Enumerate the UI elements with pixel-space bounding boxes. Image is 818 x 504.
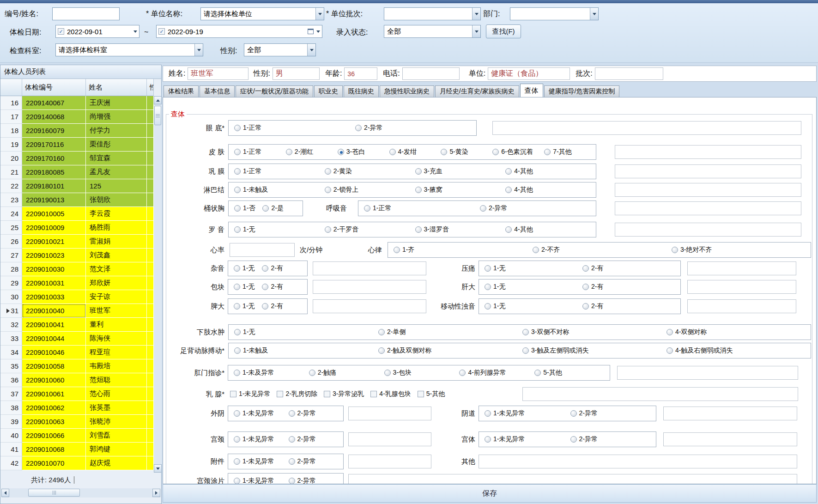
radio-option-1-未见异常[interactable]: 1-未见异常 xyxy=(234,409,289,418)
radio-option-2-不齐[interactable]: 2-不齐 xyxy=(533,246,672,254)
patient-row-32[interactable]: 322209010041董利 xyxy=(0,318,154,332)
tab-查体[interactable]: 查体 xyxy=(520,84,543,97)
radio-option-1-正常[interactable]: 1-正常 xyxy=(364,204,480,213)
patient-row-25[interactable]: 252209010009杨胜雨 xyxy=(0,221,154,235)
radio-option-2-触及双侧对称[interactable]: 2-触及双侧对称 xyxy=(378,346,522,355)
department-combo[interactable] xyxy=(510,7,599,20)
radio-option-3-苍白[interactable]: 3-苍白 xyxy=(338,148,389,156)
header-cell-sex[interactable]: 性别 xyxy=(147,79,154,96)
radio-option-3-包块[interactable]: 3-包块 xyxy=(384,369,460,377)
patient-row-27[interactable]: 272209010023刘茂鑫 xyxy=(0,249,154,262)
radio-option-2-异常[interactable]: 2-异常 xyxy=(289,409,344,418)
radio-option-4-其他[interactable]: 4-其他 xyxy=(505,167,596,176)
id-name-input[interactable] xyxy=(52,7,120,20)
tab-症状/一般状况/脏器功能[interactable]: 症状/一般状况/脏器功能 xyxy=(236,85,313,97)
form-text-input[interactable] xyxy=(663,407,797,420)
exam-dept-combo[interactable]: 请选择体检科室 xyxy=(55,43,203,56)
radio-option-2-干罗音[interactable]: 2-干罗音 xyxy=(325,225,415,234)
patient-row-35[interactable]: 352209010058韦殿培 xyxy=(0,359,154,373)
scroll-down-button[interactable] xyxy=(154,464,162,473)
form-text-input[interactable] xyxy=(230,243,295,257)
radio-option-1-无[interactable]: 1-无 xyxy=(234,264,254,273)
radio-option-2-是[interactable]: 2-是 xyxy=(262,204,283,213)
form-text-input[interactable] xyxy=(348,432,431,446)
radio-option-1-未见异常[interactable]: 1-未见异常 xyxy=(234,457,289,466)
patient-row-16[interactable]: 162209140067王庆洲 xyxy=(0,96,154,110)
scrollbar-thumb[interactable] xyxy=(154,106,161,125)
radio-option-4-其他[interactable]: 4-其他 xyxy=(505,225,596,234)
radio-option-1-无[interactable]: 1-无 xyxy=(485,283,582,291)
tab-体检结果[interactable]: 体检结果 xyxy=(164,85,199,97)
radio-option-2-单侧[interactable]: 2-单侧 xyxy=(378,328,522,336)
radio-option-4-其他[interactable]: 4-其他 xyxy=(505,186,596,194)
patient-row-17[interactable]: 172209140068尚增强 xyxy=(0,110,154,124)
tab-月经史/生育史/家族疾病史[interactable]: 月经史/生育史/家族疾病史 xyxy=(435,85,519,97)
form-text-input[interactable] xyxy=(615,223,801,237)
tab-基本信息[interactable]: 基本信息 xyxy=(200,85,235,97)
scroll-right-button[interactable] xyxy=(152,489,160,497)
calendar-icon[interactable] xyxy=(308,29,314,34)
unit-name-combo[interactable]: 请选择体检单位 xyxy=(200,7,324,20)
radio-option-2-有[interactable]: 2-有 xyxy=(262,283,283,291)
form-text-input[interactable] xyxy=(615,183,801,197)
radio-option-2-异常[interactable]: 2-异常 xyxy=(570,409,656,418)
chevron-down-icon[interactable] xyxy=(194,44,203,56)
radio-option-2-异常[interactable]: 2-异常 xyxy=(289,477,344,484)
radio-option-2-有[interactable]: 2-有 xyxy=(582,302,680,310)
header-cell-exam-id[interactable]: 体检编号 xyxy=(22,79,86,96)
radio-option-2-异常[interactable]: 2-异常 xyxy=(480,204,596,213)
radio-option-3-腋窝[interactable]: 3-腋窝 xyxy=(415,186,506,194)
radio-option-1-未见异常[interactable]: 1-未见异常 xyxy=(234,477,289,484)
radio-option-1-未见异常[interactable]: 1-未见异常 xyxy=(485,435,570,443)
radio-option-2-有[interactable]: 2-有 xyxy=(582,264,680,273)
radio-option-2-异常[interactable]: 2-异常 xyxy=(289,435,344,443)
patient-row-24[interactable]: 242209010005李云霞 xyxy=(0,207,154,221)
radio-option-6-色素沉着[interactable]: 6-色素沉着 xyxy=(492,148,544,156)
radio-option-1-无[interactable]: 1-无 xyxy=(485,264,582,273)
patient-row-18[interactable]: 182209160079付学力 xyxy=(0,124,154,138)
patient-row-38[interactable]: 382209010062张英墨 xyxy=(0,401,154,415)
form-text-input[interactable] xyxy=(348,455,431,468)
chevron-down-icon[interactable] xyxy=(472,8,480,20)
checkbox-checked-icon[interactable] xyxy=(58,28,64,35)
tab-既往病史[interactable]: 既往病史 xyxy=(344,85,379,97)
radio-option-1-正常[interactable]: 1-正常 xyxy=(234,124,355,132)
radio-option-2-黄染[interactable]: 2-黄染 xyxy=(325,167,415,176)
radio-option-7-其他[interactable]: 7-其他 xyxy=(544,148,596,156)
form-text-input[interactable] xyxy=(617,366,798,380)
form-text-input[interactable] xyxy=(687,261,796,275)
gender-filter-combo[interactable]: 全部 xyxy=(244,43,316,56)
chevron-down-icon[interactable] xyxy=(590,8,598,20)
patient-row-40[interactable]: 402209010066刘雪磊 xyxy=(0,429,154,443)
patient-row-19[interactable]: 192209170116栗佳彤 xyxy=(0,138,154,152)
radio-option-3-绝对不齐[interactable]: 3-绝对不齐 xyxy=(672,246,811,254)
radio-option-1-未及异常[interactable]: 1-未及异常 xyxy=(234,369,309,377)
radio-option-1-无[interactable]: 1-无 xyxy=(485,302,582,310)
form-text-input[interactable] xyxy=(615,201,801,215)
form-text-input[interactable] xyxy=(615,164,801,178)
patient-row-31[interactable]: 312209010040班世军 xyxy=(0,304,154,318)
patient-row-36[interactable]: 362209010060范烜聪 xyxy=(0,373,154,387)
radio-option-3-触及左侧弱或消失[interactable]: 3-触及左侧弱或消失 xyxy=(522,346,667,355)
chevron-down-icon[interactable] xyxy=(316,30,320,33)
chevron-down-icon[interactable] xyxy=(307,44,315,56)
radio-option-3-双侧不对称[interactable]: 3-双侧不对称 xyxy=(522,328,667,336)
radio-option-2-锁骨上[interactable]: 2-锁骨上 xyxy=(325,186,415,194)
radio-option-1-无[interactable]: 1-无 xyxy=(234,328,378,336)
patient-row-42[interactable]: 422209010070赵庆焜 xyxy=(0,456,154,470)
chevron-down-icon[interactable] xyxy=(315,8,324,20)
form-text-input[interactable] xyxy=(687,299,796,313)
radio-option-2-触痛[interactable]: 2-触痛 xyxy=(309,369,384,377)
form-text-input[interactable] xyxy=(663,432,797,446)
radio-option-1-无[interactable]: 1-无 xyxy=(234,283,254,291)
radio-option-2-有[interactable]: 2-有 xyxy=(262,302,283,310)
save-button[interactable]: 保存 xyxy=(163,484,817,503)
find-button[interactable]: 查找(F) xyxy=(486,24,521,38)
radio-option-5-其他[interactable]: 5-其他 xyxy=(534,369,610,377)
form-text-input[interactable] xyxy=(313,261,426,275)
chevron-down-icon[interactable] xyxy=(133,30,137,33)
form-text-input[interactable] xyxy=(687,280,796,294)
patient-row-41[interactable]: 412209010068郭鸿键 xyxy=(0,443,154,456)
radio-option-1-未触及[interactable]: 1-未触及 xyxy=(234,186,325,194)
radio-option-1-无[interactable]: 1-无 xyxy=(234,302,254,310)
